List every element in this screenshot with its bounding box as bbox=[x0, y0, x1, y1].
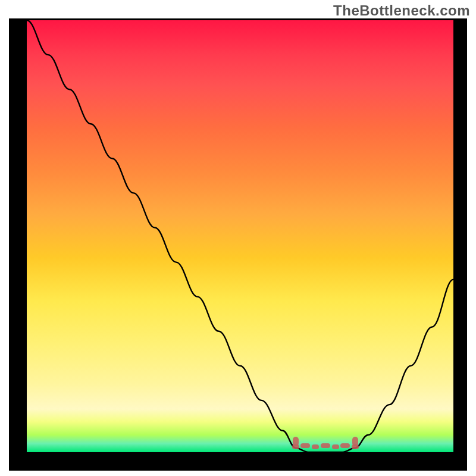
optimal-zone-blob bbox=[312, 444, 319, 449]
chart-container: TheBottleneck.com bbox=[0, 0, 476, 476]
optimal-zone-blob bbox=[321, 443, 330, 448]
optimal-zone-blob bbox=[300, 443, 310, 448]
watermark-text: TheBottleneck.com bbox=[333, 2, 470, 19]
plot-frame bbox=[9, 18, 467, 471]
bottleneck-curve bbox=[27, 20, 453, 452]
optimal-zone-blob bbox=[340, 443, 350, 448]
plot-area bbox=[27, 20, 453, 452]
optimal-zone-blob bbox=[332, 444, 339, 449]
optimal-zone-end-cap bbox=[352, 437, 358, 446]
optimal-zone-start-cap bbox=[293, 437, 299, 446]
curve-svg bbox=[27, 20, 453, 452]
